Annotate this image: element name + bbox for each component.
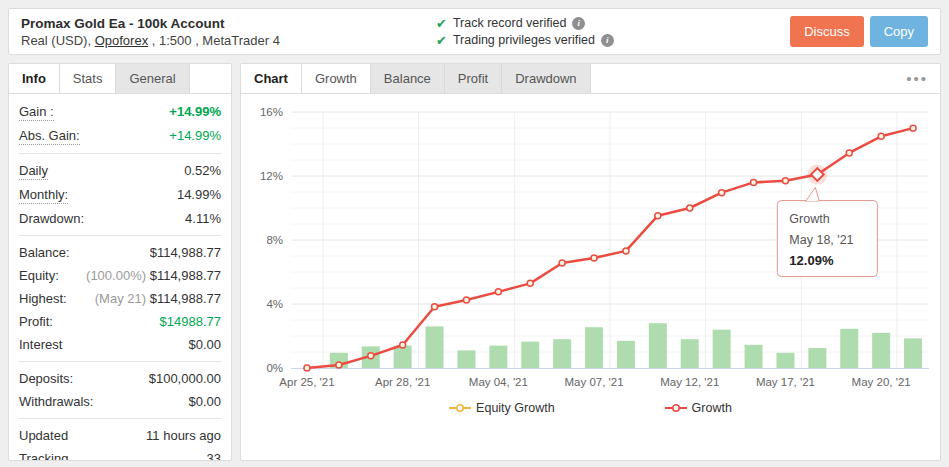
data-point[interactable]	[846, 150, 852, 156]
stat-label: Profit:	[19, 313, 53, 330]
x-axis-label: May 20, '21	[852, 376, 911, 388]
stat-label: Drawdown:	[19, 210, 84, 227]
data-point[interactable]	[463, 297, 469, 303]
stat-value: $14988.77	[160, 313, 221, 330]
data-point[interactable]	[591, 255, 597, 261]
data-point[interactable]	[878, 133, 884, 139]
x-axis-label: Apr 28, '21	[375, 376, 430, 388]
stat-row: Drawdown:4.11%	[19, 207, 221, 230]
chart-tab-growth[interactable]: Growth	[302, 64, 371, 93]
stat-value: +14.99%	[169, 127, 221, 145]
daily-bar[interactable]	[713, 330, 731, 368]
discuss-button[interactable]: Discuss	[790, 16, 864, 47]
daily-bar[interactable]	[745, 345, 763, 368]
info-icon[interactable]: i	[572, 17, 585, 30]
data-point[interactable]	[623, 248, 629, 254]
chart-tab-balance[interactable]: Balance	[371, 64, 445, 93]
legend-label: Equity Growth	[476, 401, 555, 415]
chart-tabs: Chart Growth Balance Profit Drawdown •••	[241, 64, 940, 94]
info-icon[interactable]: i	[601, 34, 614, 47]
tooltip-arrow	[805, 188, 819, 202]
daily-bar[interactable]	[840, 329, 858, 368]
daily-bar[interactable]	[904, 338, 922, 368]
stat-row: Monthly:14.99%	[19, 183, 221, 207]
sidebar-tab-stats[interactable]: Stats	[60, 64, 117, 93]
stat-value: 11 hours ago	[146, 427, 221, 444]
daily-bar[interactable]	[426, 326, 444, 368]
data-point[interactable]	[910, 125, 916, 131]
data-point[interactable]	[432, 304, 438, 310]
stat-value: (100.00%) $114,988.77	[86, 267, 221, 284]
account-platform: , 1:500 , MetaTrader 4	[148, 33, 280, 48]
daily-bar[interactable]	[394, 346, 412, 368]
divider	[19, 235, 221, 236]
chart-tab-profit[interactable]: Profit	[445, 64, 502, 93]
daily-bar[interactable]	[617, 341, 635, 368]
data-point[interactable]	[368, 353, 374, 359]
stat-label: Balance:	[19, 244, 70, 261]
chart-tab-chart[interactable]: Chart	[241, 64, 302, 93]
daily-bar[interactable]	[681, 339, 699, 368]
data-point[interactable]	[304, 365, 310, 371]
panel-menu-icon[interactable]: •••	[906, 70, 928, 87]
stat-row: Abs. Gain:+14.99%	[19, 124, 221, 148]
stat-label: Deposits:	[19, 370, 73, 387]
stat-row: Daily0.52%	[19, 159, 221, 183]
data-point[interactable]	[687, 205, 693, 211]
stat-label: Daily	[19, 162, 48, 180]
stat-label: Abs. Gain:	[19, 127, 80, 145]
stat-label: Monthly:	[19, 186, 68, 204]
legend-item[interactable]: Equity Growth	[449, 401, 555, 415]
sidebar-tab-general[interactable]: General	[116, 64, 189, 93]
copy-button[interactable]: Copy	[870, 16, 928, 47]
stat-label: Interest	[19, 336, 62, 353]
daily-bar[interactable]	[585, 327, 603, 368]
stat-label: Tracking	[19, 450, 68, 461]
trading-privileges-badge: ✔ Trading privileges verified i	[436, 32, 790, 49]
stats-rows: Gain :+14.99%Abs. Gain:+14.99%Daily0.52%…	[9, 94, 231, 461]
growth-chart[interactable]: 0%4%8%12%16%Apr 25, '21Apr 28, '21May 04…	[241, 94, 940, 415]
legend-label: Growth	[692, 401, 732, 415]
y-axis-label: 12%	[260, 170, 283, 182]
legend-item[interactable]: Growth	[665, 401, 732, 415]
daily-bar[interactable]	[457, 350, 475, 368]
daily-bar[interactable]	[776, 353, 794, 368]
broker-link[interactable]: Opoforex	[95, 33, 148, 48]
daily-bar[interactable]	[872, 333, 890, 368]
daily-bar[interactable]	[808, 348, 826, 368]
data-point[interactable]	[782, 178, 788, 184]
daily-bar[interactable]	[521, 342, 539, 368]
x-axis-label: May 07, '21	[565, 376, 624, 388]
stat-row: Profit:$14988.77	[19, 310, 221, 333]
stat-value: 33	[207, 450, 221, 461]
y-axis-label: 0%	[266, 362, 283, 374]
chart-tooltip: GrowthMay 18, '2112.09%	[777, 188, 877, 277]
data-point[interactable]	[719, 190, 725, 196]
stat-row: Highest:(May 21) $114,988.77	[19, 287, 221, 310]
y-axis-label: 4%	[266, 298, 283, 310]
verification-badges: ✔ Track record verified i ✔ Trading priv…	[436, 15, 790, 49]
chart-tab-drawdown[interactable]: Drawdown	[502, 64, 590, 93]
data-point[interactable]	[495, 289, 501, 295]
stat-value: $114,988.77	[150, 244, 221, 261]
chart-panel: Chart Growth Balance Profit Drawdown •••…	[240, 63, 941, 461]
stat-value-prefix: (100.00%)	[86, 268, 150, 283]
data-point[interactable]	[559, 260, 565, 266]
y-axis-label: 8%	[266, 234, 283, 246]
stat-label: Gain :	[19, 103, 54, 121]
chart-canvas: 0%4%8%12%16%Apr 25, '21Apr 28, '21May 04…	[243, 98, 937, 394]
x-axis-label: Apr 25, '21	[279, 376, 334, 388]
data-point[interactable]	[655, 213, 661, 219]
data-point[interactable]	[400, 342, 406, 348]
stat-row: Withdrawals:$0.00	[19, 390, 221, 413]
daily-bar[interactable]	[649, 323, 667, 368]
stat-value-prefix: (May 21)	[95, 291, 150, 306]
stat-row: Interest$0.00	[19, 333, 221, 356]
daily-bar[interactable]	[553, 339, 571, 368]
sidebar-tab-info[interactable]: Info	[9, 64, 60, 93]
data-point[interactable]	[751, 179, 757, 185]
data-point[interactable]	[336, 362, 342, 368]
data-point[interactable]	[527, 280, 533, 286]
daily-bar[interactable]	[489, 346, 507, 368]
account-type: Real (USD),	[21, 33, 95, 48]
